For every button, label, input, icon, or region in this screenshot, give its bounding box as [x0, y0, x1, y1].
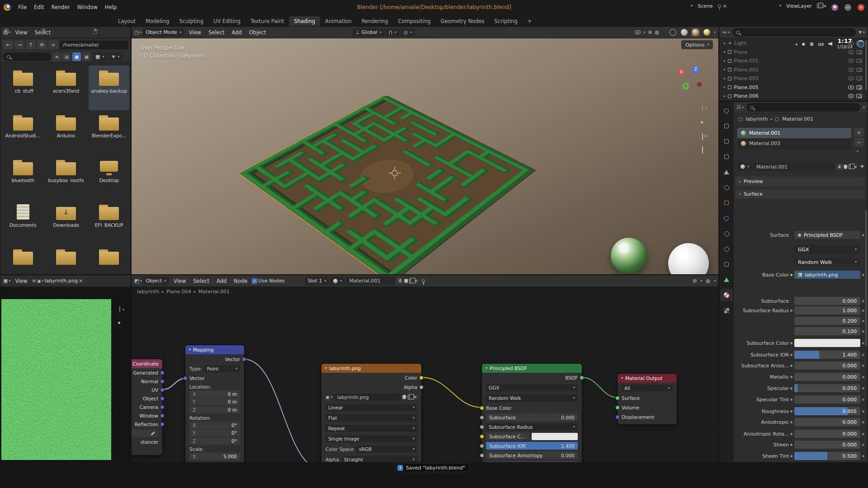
- menu-edit[interactable]: Edit: [30, 3, 47, 12]
- visibility-icon[interactable]: [635, 30, 641, 34]
- pin-icon[interactable]: [422, 279, 425, 282]
- object-picker-field[interactable]: [132, 430, 158, 437]
- visibility-eye-icon[interactable]: [848, 50, 854, 54]
- menu-icon[interactable]: ≡: [32, 278, 36, 284]
- show-gizmo-icon[interactable]: ⊕: [648, 29, 652, 35]
- expand-icon[interactable]: ▸: [724, 42, 726, 45]
- folder-tile-blenderexpo[interactable]: BlenderExpo...: [89, 110, 129, 155]
- mode-dropdown[interactable]: Object Mode▾: [142, 28, 184, 37]
- node-image-texture[interactable]: ▾labyrinth.png ColorAlpha ▣▾ labyrinth.p…: [321, 364, 421, 462]
- decorator-dot[interactable]: [862, 320, 864, 322]
- property-value-field[interactable]: 0.100: [794, 327, 860, 335]
- zoom-tool-icon[interactable]: [119, 306, 120, 312]
- properties-tab-scene[interactable]: [720, 166, 733, 178]
- expand-icon[interactable]: ▸: [724, 50, 726, 54]
- render-visibility-icon[interactable]: [856, 68, 862, 72]
- outliner-item-plane-003[interactable]: ▸Plane.003: [719, 74, 865, 83]
- image-single-image-dropdown[interactable]: Single Image▾: [326, 435, 417, 442]
- properties-tab-object[interactable]: [720, 197, 733, 209]
- node-header[interactable]: Coordinate: [132, 359, 162, 368]
- workspace-tab-uv-editing[interactable]: UV Editing: [208, 16, 245, 26]
- file-browser-menu-view[interactable]: View: [11, 28, 31, 37]
- vector-input-socket[interactable]: [183, 376, 188, 380]
- outliner-scrollbar[interactable]: [865, 40, 867, 90]
- node-canvas[interactable]: labyrinth▸Plane.004▸Material.001 Coordin…: [132, 287, 718, 462]
- input-socket[interactable]: [480, 434, 484, 439]
- param-slider[interactable]: Metallic0.000: [486, 461, 578, 462]
- breadcrumb-material-001[interactable]: Material.001: [198, 289, 230, 295]
- output-socket[interactable]: [160, 396, 165, 401]
- close-icon[interactable]: ×: [723, 4, 727, 9]
- filter-icon[interactable]: [859, 31, 862, 34]
- tray-network-icon[interactable]: ▦: [810, 42, 814, 46]
- shading-wireframe-button[interactable]: [669, 28, 677, 37]
- folder-tile-arduino[interactable]: Arduino: [46, 110, 86, 155]
- node-header[interactable]: ▾Material Output: [618, 374, 677, 383]
- display-large-button[interactable]: ▦: [82, 52, 91, 61]
- properties-tab-tool[interactable]: [720, 104, 733, 117]
- shading-material-preview-button[interactable]: [691, 28, 700, 37]
- expand-icon[interactable]: ▸: [724, 77, 726, 80]
- window-minimize-button[interactable]: −: [844, 4, 851, 11]
- menu-render[interactable]: Render: [48, 3, 74, 12]
- property-value-field[interactable]: 0.000: [794, 361, 860, 370]
- shader-type-dropdown[interactable]: Object▾: [142, 277, 169, 285]
- file-search-input[interactable]: [3, 52, 51, 61]
- expand-icon[interactable]: ▸: [724, 94, 726, 98]
- bsdf-output-socket[interactable]: [580, 375, 584, 380]
- options-button[interactable]: Options▾: [681, 40, 713, 49]
- mapping-rotation-x-field[interactable]: X0°: [189, 422, 240, 429]
- colorspace-dropdown[interactable]: sRGB▾: [356, 446, 417, 453]
- refresh-button[interactable]: ⟳: [37, 40, 47, 49]
- output-target-dropdown[interactable]: All▾: [622, 385, 673, 392]
- maze-object[interactable]: [236, 94, 537, 274]
- node-texture-coordinate[interactable]: Coordinate GeneratedNormalUVObjectCamera…: [132, 359, 162, 455]
- decorator-dot[interactable]: [862, 376, 864, 378]
- pin-icon[interactable]: [718, 5, 721, 8]
- zoom-tool-icon[interactable]: [702, 105, 703, 111]
- input-socket[interactable]: [615, 405, 620, 410]
- navigation-gizmo[interactable]: X Z Y: [676, 64, 705, 93]
- decorator-dot[interactable]: [862, 387, 864, 389]
- outliner-item-plane-005[interactable]: ▸Plane.005: [719, 83, 865, 92]
- shader-editor-menu-select[interactable]: Select: [190, 277, 213, 286]
- properties-scrollbar[interactable]: [865, 210, 867, 346]
- folder-tile-androidstudi[interactable]: AndroidStudi...: [3, 110, 43, 155]
- volume-icon[interactable]: [828, 42, 832, 46]
- render-visibility-icon[interactable]: [856, 76, 862, 80]
- back-button[interactable]: ←: [3, 40, 13, 49]
- from-instancer-row[interactable]: stancer: [132, 438, 162, 446]
- viewport-menu-view[interactable]: View: [185, 28, 205, 37]
- workspace-tab-texture-paint[interactable]: Texture Paint: [245, 16, 289, 26]
- image-repeat-dropdown[interactable]: Repeat▾: [326, 425, 417, 432]
- property-value-field[interactable]: 0.000: [794, 418, 860, 426]
- visibility-eye-icon[interactable]: [848, 59, 854, 63]
- input-socket[interactable]: [480, 415, 484, 420]
- display-thumbnail-button[interactable]: ▦: [72, 52, 81, 61]
- folder-tile-acers3fand[interactable]: acers3fand: [46, 66, 86, 110]
- breadcrumb-labyrinth[interactable]: labyrinth: [137, 289, 159, 295]
- subsurface-method-dropdown[interactable]: Random Walk▾: [794, 258, 860, 266]
- viewport-menu-add[interactable]: Add: [228, 28, 245, 37]
- input-socket[interactable]: [615, 396, 620, 400]
- render-visibility-icon[interactable]: [856, 50, 862, 54]
- bsdf-ggx-dropdown[interactable]: GGX▾: [486, 384, 578, 391]
- param-slider[interactable]: Subsurface Anisotropy0.000: [486, 451, 578, 459]
- up-button[interactable]: ↑: [26, 40, 36, 49]
- editor-type-icon[interactable]: ◩: [134, 278, 139, 284]
- properties-search-input[interactable]: [746, 103, 860, 112]
- workspace-tab-geometry-nodes[interactable]: Geometry Nodes: [436, 16, 490, 26]
- shader-editor-menu-add[interactable]: Add: [213, 277, 230, 286]
- decorator-dot[interactable]: [862, 410, 864, 413]
- tray-indicator-icon[interactable]: ●: [802, 42, 805, 46]
- keyboard-layout[interactable]: us: [818, 41, 824, 47]
- properties-options-icon[interactable]: ▾: [863, 106, 865, 109]
- input-socket[interactable]: [480, 425, 484, 429]
- vector-output-socket[interactable]: [242, 357, 246, 361]
- mapping-scale-x-field[interactable]: X5.000: [189, 453, 240, 460]
- property-value-field[interactable]: 0.805: [794, 407, 860, 415]
- breadcrumb-plane-004[interactable]: Plane.004: [166, 289, 191, 295]
- shader-editor-menu-view[interactable]: View: [170, 277, 189, 286]
- param-dropdown[interactable]: Subsurface Radius▾: [486, 423, 578, 431]
- image-flat-dropdown[interactable]: Flat▾: [326, 414, 417, 422]
